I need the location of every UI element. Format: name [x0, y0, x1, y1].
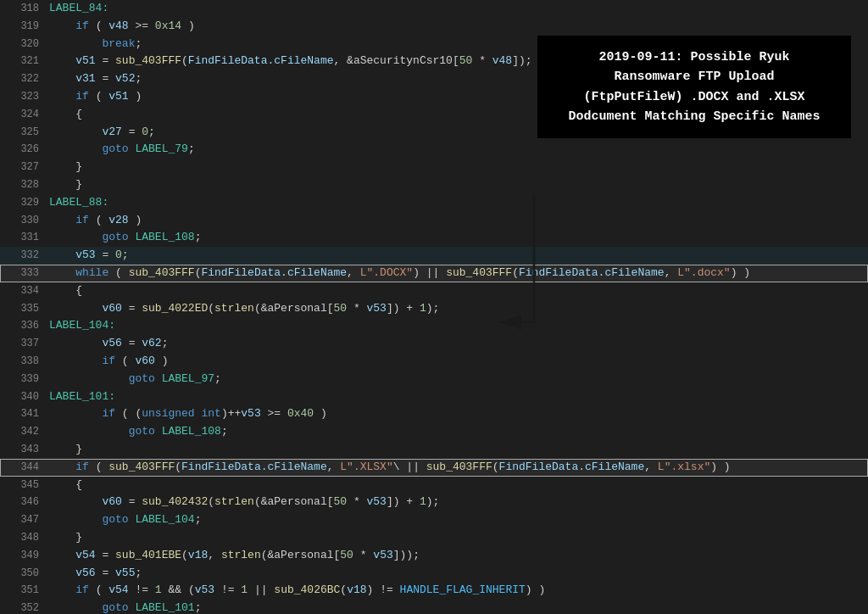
line-number: 319: [7, 19, 39, 35]
line-content: v56 = v62;: [49, 335, 861, 353]
line-number: 352: [7, 600, 39, 614]
table-row: 335 v60 = sub_4022ED(strlen(&aPersonal[5…: [0, 300, 868, 318]
line-number: 351: [7, 583, 39, 599]
table-row: 334 {: [0, 282, 868, 300]
table-row: 345 {: [0, 477, 868, 494]
line-content: v56 = v55;: [49, 565, 861, 583]
line-content: }: [49, 529, 861, 547]
line-content: v60 = sub_402432(strlen(&aPersonal[50 * …: [49, 494, 861, 511]
line-content: {: [49, 282, 861, 300]
line-content: goto LABEL_104;: [49, 511, 861, 529]
line-content: goto LABEL_101;: [49, 600, 861, 614]
table-row: 331 goto LABEL_108;: [0, 229, 868, 247]
line-number: 346: [7, 494, 39, 511]
line-number: 349: [7, 548, 39, 564]
line-content: }: [49, 441, 861, 459]
line-number: 347: [7, 512, 39, 528]
table-row: 330 if ( v28 ): [0, 212, 868, 230]
line-content: }: [49, 176, 861, 194]
table-row: 333 while ( sub_403FFF(FindFileData.cFil…: [0, 265, 868, 282]
line-number: 343: [7, 442, 39, 458]
table-row: 332 v53 = 0;: [0, 247, 868, 265]
line-content: goto LABEL_108;: [49, 229, 861, 247]
table-row: 340LABEL_101:: [0, 388, 868, 406]
table-row: 329LABEL_88:: [0, 194, 868, 212]
annotation-line2: Ransomware FTP Upload: [614, 70, 774, 84]
line-number: 344: [7, 460, 39, 476]
line-content: LABEL_104:: [49, 317, 861, 335]
line-content: goto LABEL_97;: [49, 371, 861, 388]
table-row: 343 }: [0, 441, 868, 459]
line-number: 340: [7, 389, 39, 405]
line-number: 322: [7, 71, 39, 87]
table-row: 347 goto LABEL_104;: [0, 511, 868, 529]
table-row: 344 if ( sub_403FFF(FindFileData.cFileNa…: [0, 459, 868, 477]
line-content: if ( v28 ): [49, 212, 861, 230]
line-number: 338: [7, 354, 39, 370]
line-content: if ( sub_403FFF(FindFileData.cFileName, …: [49, 459, 861, 477]
line-number: 332: [7, 248, 39, 264]
line-content: goto LABEL_108;: [49, 423, 861, 441]
line-number: 328: [7, 177, 39, 193]
table-row: 328 }: [0, 176, 868, 194]
line-number: 330: [7, 213, 39, 229]
line-number: 331: [7, 230, 39, 246]
line-content: v60 = sub_4022ED(strlen(&aPersonal[50 * …: [49, 300, 861, 318]
line-number: 336: [7, 318, 39, 334]
line-number: 323: [7, 89, 39, 105]
line-number: 320: [7, 36, 39, 53]
line-number: 335: [7, 301, 39, 317]
annotation-line3: (FtpPutFileW) .DOCX and .XLSX: [583, 90, 804, 104]
table-row: 346 v60 = sub_402432(strlen(&aPersonal[5…: [0, 494, 868, 511]
line-number: 334: [7, 283, 39, 299]
line-content: LABEL_101:: [49, 388, 861, 406]
line-content: LABEL_88:: [49, 194, 861, 212]
line-number: 324: [7, 107, 39, 123]
line-content: if ( (unsigned int)++v53 >= 0x40 ): [49, 405, 861, 423]
table-row: 350 v56 = v55;: [0, 565, 868, 583]
line-number: 348: [7, 530, 39, 546]
line-content: if ( v48 >= 0x14 ): [49, 18, 861, 36]
line-number: 321: [7, 53, 39, 70]
line-number: 326: [7, 142, 39, 158]
table-row: 342 goto LABEL_108;: [0, 423, 868, 441]
code-viewer: 318LABEL_84:319 if ( v48 >= 0x14 )320 br…: [0, 0, 868, 614]
table-row: 339 goto LABEL_97;: [0, 371, 868, 388]
line-number: 337: [7, 336, 39, 352]
line-content: if ( v54 != 1 && (v53 != 1 || sub_4026BC…: [49, 582, 861, 600]
line-content: while ( sub_403FFF(FindFileData.cFileNam…: [49, 265, 861, 282]
line-number: 341: [7, 406, 39, 422]
table-row: 336LABEL_104:: [0, 317, 868, 335]
table-row: 351 if ( v54 != 1 && (v53 != 1 || sub_40…: [0, 582, 868, 600]
line-content: v53 = 0;: [49, 247, 861, 265]
annotation-line4: Dodcument Matching Specific Names: [568, 109, 820, 124]
line-number: 345: [7, 477, 39, 494]
table-row: 326 goto LABEL_79;: [0, 141, 868, 159]
line-content: }: [49, 159, 861, 176]
line-content: LABEL_84:: [49, 0, 861, 18]
line-number: 318: [7, 1, 39, 17]
table-row: 337 v56 = v62;: [0, 335, 868, 353]
line-number: 329: [7, 195, 39, 211]
table-row: 341 if ( (unsigned int)++v53 >= 0x40 ): [0, 405, 868, 423]
line-content: v54 = sub_401EBE(v18, strlen(&aPersonal[…: [49, 547, 861, 565]
line-number: 327: [7, 159, 39, 176]
line-number: 333: [7, 265, 39, 282]
table-row: 349 v54 = sub_401EBE(v18, strlen(&aPerso…: [0, 547, 868, 565]
line-number: 350: [7, 566, 39, 582]
line-number: 325: [7, 125, 39, 141]
table-row: 348 }: [0, 529, 868, 547]
annotation-overlay: 2019-09-11: Possible Ryuk Ransomware FTP…: [537, 36, 851, 138]
table-row: 352 goto LABEL_101;: [0, 600, 868, 614]
line-content: if ( v60 ): [49, 353, 861, 371]
table-row: 327 }: [0, 159, 868, 176]
line-number: 339: [7, 371, 39, 388]
table-row: 319 if ( v48 >= 0x14 ): [0, 18, 868, 36]
line-content: goto LABEL_79;: [49, 141, 861, 159]
table-row: 318LABEL_84:: [0, 0, 868, 18]
annotation-line1: 2019-09-11: Possible Ryuk: [598, 50, 789, 64]
line-number: 342: [7, 424, 39, 440]
line-content: {: [49, 477, 861, 494]
table-row: 338 if ( v60 ): [0, 353, 868, 371]
